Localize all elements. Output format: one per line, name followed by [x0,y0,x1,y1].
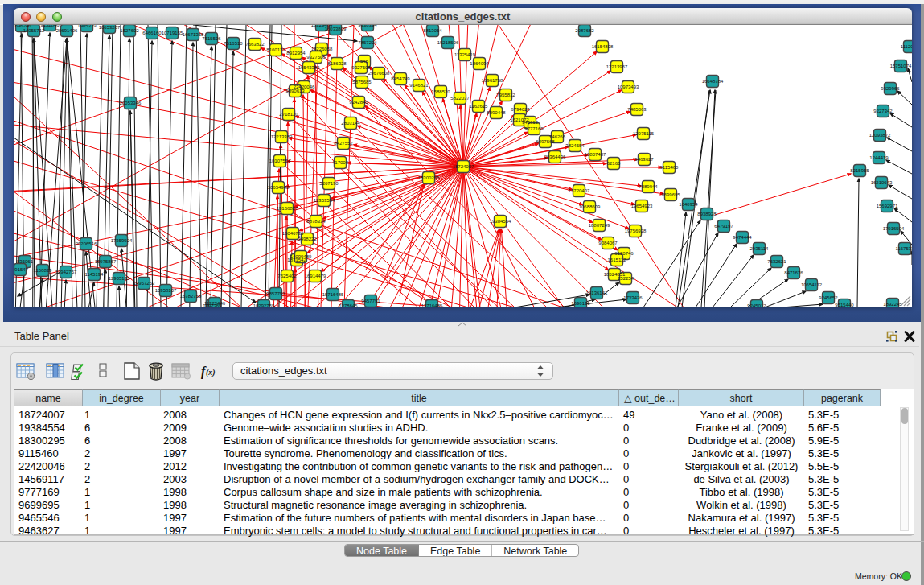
svg-text:9515440: 9515440 [835,303,854,307]
svg-text:16961758: 16961758 [482,78,503,83]
svg-text:1733426: 1733426 [623,295,643,300]
svg-text:15716485: 15716485 [322,292,344,297]
svg-text:9463627: 9463627 [634,157,654,162]
svg-text:11325419: 11325419 [454,52,476,57]
svg-text:7632621: 7632621 [767,259,786,264]
svg-text:17359924: 17359924 [111,238,133,243]
svg-text:12093872: 12093872 [869,133,891,138]
svg-text:10654112: 10654112 [801,282,823,287]
svg-text:8990448: 8990448 [487,110,506,115]
svg-text:252254: 252254 [618,276,634,281]
svg-text:9777169: 9777169 [524,126,544,131]
svg-text:9245652: 9245652 [819,295,838,300]
svg-text:1378645: 1378645 [339,303,358,307]
svg-text:19384554: 19384554 [490,219,511,224]
svg-text:18300295: 18300295 [418,175,440,180]
svg-text:29676608: 29676608 [368,71,390,76]
svg-text:10688609: 10688609 [579,204,601,209]
svg-text:11923446: 11923446 [204,301,226,306]
svg-text:13716485: 13716485 [421,303,443,307]
svg-text:1145194: 1145194 [85,272,105,277]
svg-text:8160123: 8160123 [266,47,285,52]
svg-text:62160: 62160 [607,161,621,166]
svg-text:18807249: 18807249 [589,223,610,228]
svg-text:16033809: 16033809 [325,27,347,31]
svg-text:14099489: 14099489 [290,254,312,259]
svg-text:14136141: 14136141 [586,290,608,295]
svg-text:7955812: 7955812 [496,93,515,97]
svg-text:7625402: 7625402 [277,274,297,278]
svg-text:9146821: 9146821 [409,83,429,88]
svg-text:9327508: 9327508 [351,65,371,70]
svg-text:2087682: 2087682 [575,28,594,33]
svg-text:9457791: 9457791 [361,299,380,303]
svg-text:9890613: 9890613 [285,89,305,93]
svg-text:8471676: 8471676 [784,270,803,275]
svg-text:8938928: 8938928 [697,212,717,216]
svg-text:8813054: 8813054 [423,28,442,33]
svg-text:20691406: 20691406 [56,28,78,33]
svg-text:8215955: 8215955 [850,168,869,173]
svg-text:7089944: 7089944 [639,184,658,189]
svg-text:10292759: 10292759 [253,303,275,307]
svg-text:7663822: 7663822 [245,42,265,47]
svg-text:16046736: 16046736 [282,231,304,236]
svg-text:10973493: 10973493 [618,84,639,89]
svg-text:1112042: 1112042 [901,44,912,49]
svg-text:9115460: 9115460 [660,165,680,170]
svg-text:1162615: 1162615 [470,104,489,109]
svg-text:7485063: 7485063 [627,107,647,112]
svg-text:1892245: 1892245 [883,302,902,307]
svg-text:6794028: 6794028 [511,107,530,112]
svg-text:20053346: 20053346 [120,101,142,105]
svg-text:20364436: 20364436 [544,154,566,159]
svg-text:1985379: 1985379 [77,25,97,28]
svg-text:546: 546 [360,59,369,64]
svg-text:6497568: 6497568 [536,139,555,144]
svg-text:9327506: 9327506 [306,55,326,60]
svg-text:12213382: 12213382 [271,134,293,139]
svg-text:8186328: 8186328 [327,61,347,66]
svg-text:10719155: 10719155 [162,31,183,35]
svg-text:10807487: 10807487 [585,152,606,157]
svg-text:1615112: 1615112 [608,257,627,262]
svg-text:3824554: 3824554 [565,143,585,148]
svg-text:19654923: 19654923 [631,204,653,208]
svg-text:9227342: 9227342 [873,109,893,113]
svg-text:9242845: 9242845 [349,100,368,105]
svg-text:6466160: 6466160 [142,31,162,35]
svg-text:16648784: 16648784 [702,79,724,84]
svg-text:1696191: 1696191 [571,301,590,306]
svg-text:7515526: 7515526 [202,36,221,41]
svg-text:16914479: 16914479 [305,274,326,278]
svg-text:19166827: 19166827 [277,206,298,211]
svg-text:5267190: 5267190 [319,181,339,186]
svg-text:17957253: 17957253 [133,281,155,286]
svg-text:8878334: 8878334 [306,219,326,224]
svg-text:417004: 417004 [332,160,349,165]
svg-text:5822037: 5822037 [450,96,470,101]
svg-text:1244419: 1244419 [869,155,889,160]
svg-text:15692971: 15692971 [877,204,898,208]
svg-text:12975115: 12975115 [633,131,655,136]
svg-text:16210643: 16210643 [871,180,893,185]
svg-text:6120746: 6120746 [614,251,634,256]
svg-text:19218506: 19218506 [437,40,459,45]
svg-text:10975867: 10975867 [95,259,117,264]
svg-text:2803144: 2803144 [341,121,360,126]
svg-text:3498222: 3498222 [298,237,317,241]
svg-text:16154808: 16154808 [592,44,614,49]
svg-text:8454749: 8454749 [391,76,410,81]
svg-text:19756928: 19756928 [625,229,647,233]
svg-text:7516510: 7516510 [224,41,243,46]
svg-text:1527602: 1527602 [120,28,139,33]
svg-text:15720407: 15720407 [569,188,590,193]
svg-text:10107554: 10107554 [269,159,291,163]
svg-text:16543382: 16543382 [298,65,320,70]
svg-text:1156829: 1156829 [34,268,53,273]
svg-text:2718120: 2718120 [279,112,298,117]
svg-text:16671355: 16671355 [183,32,204,37]
svg-text:1167533: 1167533 [896,246,912,251]
svg-text:18226058: 18226058 [311,47,333,51]
svg-text:9936394: 9936394 [358,25,377,27]
